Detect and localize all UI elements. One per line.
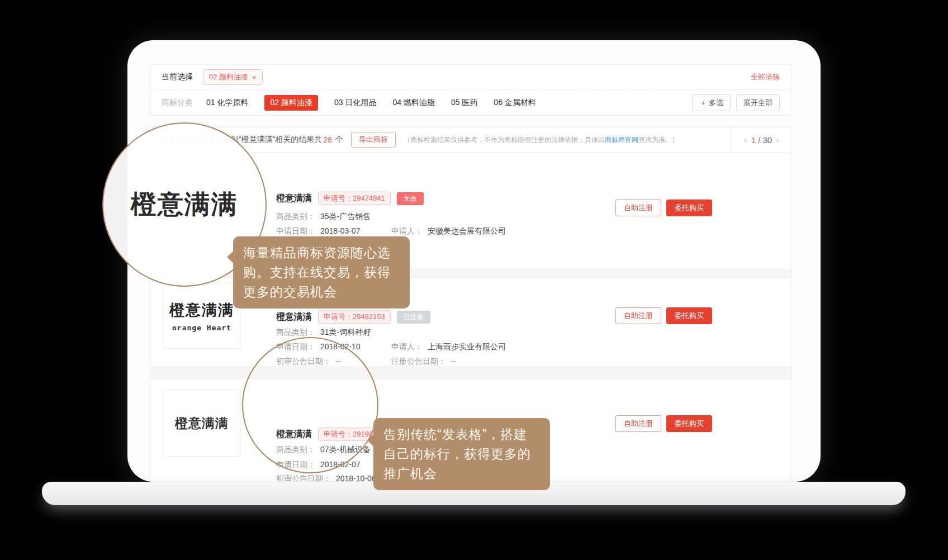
pagination: ‹ 1 / 30 › <box>731 127 791 153</box>
tooltip-line: 推广机会 <box>383 464 540 483</box>
tooltip-line: 海量精品商标资源随心选 <box>243 243 400 263</box>
trademark-image-3[interactable]: 橙意满满 <box>163 390 241 457</box>
applicant-label: 申请人： <box>391 342 423 351</box>
close-icon[interactable]: × <box>252 73 257 82</box>
applicant-value: 上海雨步实业有限公司 <box>428 342 506 351</box>
application-number-badge: 申请号：29474941 <box>318 192 391 205</box>
category-field-value: 35类-广告销售 <box>320 212 371 221</box>
trademark-name: 橙意满满 <box>276 311 312 323</box>
reg-pub-date-label: 注册公告日期： <box>391 357 446 366</box>
tooltip-line: 购。支持在线交易，获得 <box>243 263 400 282</box>
applicant-value: 安徽美达会展有限公司 <box>428 226 506 235</box>
tooltip-trademark-resources: 海量精品商标资源随心选 购。支持在线交易，获得 更多的交易机会 <box>233 236 410 309</box>
category-tab-06[interactable]: 06 金属材料 <box>494 98 535 108</box>
trademark-image-subtext: orange Heart <box>172 324 231 332</box>
disclaimer-text: （商标检索结果仅供参考，不作为商标能否注册的法律依据；具体以商标局官网查询为准。… <box>404 135 679 145</box>
current-selection-label: 当前选择 <box>162 72 193 82</box>
tooltip-line: 自己的标行，获得更多的 <box>383 444 540 464</box>
trademark-image-text: 橙意满满 <box>169 300 234 320</box>
page-separator: / <box>758 135 760 145</box>
filter-panel: 当前选择 02 颜料油漆 × 全部清除 商标分类 01 化学原料 02 颜料油漆… <box>150 64 791 116</box>
multi-select-button[interactable]: ＋ 多选 <box>692 94 731 111</box>
category-field-label: 商品类别： <box>276 328 315 336</box>
expand-all-button[interactable]: 展开全部 <box>736 94 780 111</box>
category-tab-05[interactable]: 05 医药 <box>451 98 477 108</box>
selected-filter-tag[interactable]: 02 颜料油漆 × <box>203 69 263 85</box>
marketing-stage: 当前选择 02 颜料油漆 × 全部清除 商标分类 01 化学原料 02 颜料油漆… <box>0 0 948 560</box>
apply-date-value: 2018-03-07 <box>320 226 361 235</box>
category-row-label: 商标分类 <box>162 98 193 108</box>
category-tab-01[interactable]: 01 化学原料 <box>206 98 248 108</box>
application-number-badge: 申请号：29482153 <box>318 310 391 324</box>
next-page-icon[interactable]: › <box>772 134 783 146</box>
apply-date-label: 申请日期： <box>276 226 315 235</box>
tooltip-line: 告别传统“发表格”，搭建 <box>383 425 540 444</box>
row-divider <box>150 366 791 379</box>
disclaimer-suffix: 查询为准。） <box>638 136 679 144</box>
trademark-name: 橙意满满 <box>276 193 312 205</box>
trademark-office-link[interactable]: 商标局官网 <box>605 136 638 144</box>
results-count-unit: 个 <box>335 135 343 145</box>
tooltip-promotion: 告别传统“发表格”，搭建 自己的标行，获得更多的 推广机会 <box>373 418 550 490</box>
tooltip-line: 更多的交易机会 <box>243 282 400 302</box>
trademark-image-text: 橙意满满 <box>175 415 229 432</box>
status-badge: 无效 <box>397 192 424 205</box>
trademark-image-2[interactable]: 橙意满满 orange Heart <box>163 283 241 349</box>
category-field-value: 31类-饲料种籽 <box>320 328 371 336</box>
entrust-buy-button[interactable]: 委托购买 <box>666 415 712 432</box>
first-pub-date-label: 初审公告日期： <box>276 474 331 482</box>
first-pub-date-value: 2018-10-06 <box>336 474 376 482</box>
magnified-trademark-text: 橙意满满 <box>131 187 238 222</box>
selected-filter-tag-label: 02 颜料油漆 <box>209 72 248 82</box>
self-register-button[interactable]: 自助注册 <box>615 415 661 432</box>
reg-pub-date-value: – <box>451 357 456 366</box>
magnifier-circle-small <box>242 337 378 473</box>
results-count: 28 <box>323 135 332 144</box>
self-register-button[interactable]: 自助注册 <box>615 200 661 216</box>
clear-all-button[interactable]: 全部清除 <box>751 72 780 82</box>
category-tab-03[interactable]: 03 日化用品 <box>334 98 376 108</box>
status-badge: 已注册 <box>397 311 430 324</box>
category-tab-04[interactable]: 04 燃料油脂 <box>392 98 434 108</box>
export-trademark-button[interactable]: 导出商标 <box>351 132 396 148</box>
category-field-label: 商品类别： <box>276 212 315 221</box>
disclaimer-prefix: （商标检索结果仅供参考，不作为商标能否注册的法律依据；具体以 <box>404 136 605 144</box>
applicant-label: 申请人： <box>391 226 423 235</box>
entrust-buy-button[interactable]: 委托购买 <box>666 200 712 216</box>
entrust-buy-button[interactable]: 委托购买 <box>666 307 712 324</box>
current-page: 1 <box>751 135 756 145</box>
prev-page-icon[interactable]: ‹ <box>740 134 751 146</box>
category-tab-02-selected[interactable]: 02 颜料油漆 <box>264 95 317 111</box>
self-register-button[interactable]: 自助注册 <box>615 307 661 324</box>
total-pages: 30 <box>762 135 772 145</box>
